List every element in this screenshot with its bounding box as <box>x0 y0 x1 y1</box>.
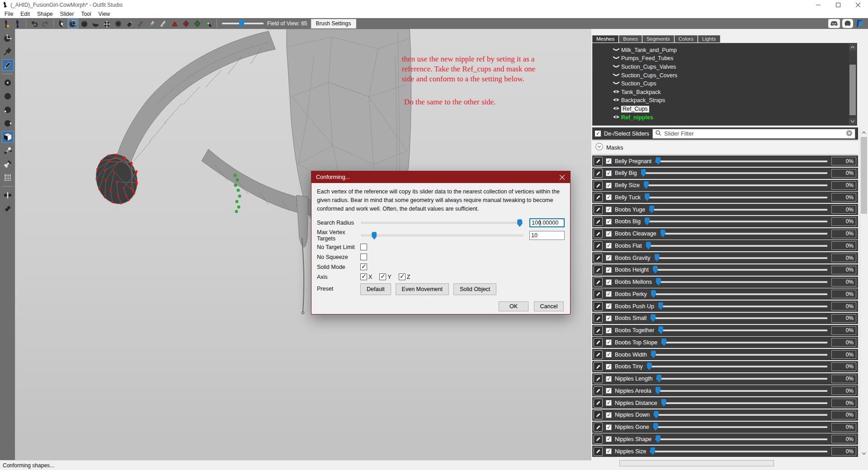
collapse-vertex-icon[interactable] <box>170 19 180 28</box>
eraser-brush-icon[interactable] <box>124 19 135 28</box>
slider-select-checkbox[interactable] <box>606 448 612 454</box>
mesh-name[interactable]: Backpack_Straps <box>621 97 665 104</box>
slider-track[interactable] <box>645 242 828 250</box>
slider-filter-input[interactable]: Slider Filter <box>652 129 855 139</box>
mesh-item[interactable]: Tank_Backpack <box>613 88 857 97</box>
slider-list-scrollbar[interactable] <box>860 129 868 457</box>
load-project-icon[interactable] <box>13 19 23 28</box>
mesh-scroll-thumb[interactable] <box>849 65 856 115</box>
slider-track[interactable] <box>656 375 828 383</box>
cancel-button[interactable]: Cancel <box>534 301 564 311</box>
max-vertex-targets-thumb[interactable] <box>372 232 377 240</box>
slider-track[interactable] <box>644 193 828 202</box>
github-icon[interactable] <box>842 19 853 28</box>
mesh-list-scrollbar[interactable] <box>849 44 856 125</box>
search-radius-input[interactable]: 100.00000 <box>529 218 565 227</box>
slider-select-checkbox[interactable] <box>606 279 612 285</box>
slider-thumb[interactable] <box>645 193 650 201</box>
paypal-icon[interactable] <box>855 19 863 28</box>
no-squeeze-checkbox[interactable] <box>360 254 367 260</box>
slider-thumb[interactable] <box>647 362 652 370</box>
mesh-name[interactable]: Ref_Cups <box>621 106 649 113</box>
mesh-item[interactable]: Backpack_Straps <box>613 97 857 105</box>
axis-z-checkbox[interactable]: Z <box>399 273 410 280</box>
slider-select-checkbox[interactable] <box>606 315 612 321</box>
edit-slider-icon[interactable] <box>594 277 603 287</box>
edit-slider-icon[interactable] <box>594 350 603 359</box>
slider-track[interactable] <box>652 423 828 431</box>
slider-thumb[interactable] <box>661 338 666 346</box>
scroll-up-icon[interactable] <box>860 129 868 136</box>
bone-tool-icon[interactable] <box>2 158 14 170</box>
mirror-toggle-icon[interactable] <box>2 189 14 201</box>
move-vertex-icon[interactable] <box>203 19 214 28</box>
slider-select-checkbox[interactable] <box>606 194 612 200</box>
slider-thumb[interactable] <box>645 217 650 225</box>
slider-scroll-thumb[interactable] <box>861 137 867 214</box>
slider-select-checkbox[interactable] <box>606 388 612 394</box>
undo-icon[interactable] <box>29 19 39 28</box>
move-brush-icon[interactable] <box>102 19 112 28</box>
slider-thumb[interactable] <box>654 411 659 418</box>
select-tool-icon[interactable] <box>57 19 67 28</box>
dialog-close-icon[interactable] <box>554 171 570 183</box>
slider-select-checkbox[interactable] <box>606 243 612 249</box>
edit-slider-icon[interactable] <box>594 435 603 444</box>
edit-slider-icon[interactable] <box>594 217 603 226</box>
mesh-name[interactable]: Ref_nipples <box>621 114 653 121</box>
slider-track[interactable] <box>653 411 828 419</box>
edit-slider-icon[interactable] <box>594 169 603 178</box>
mesh-item[interactable]: Suction_Cups_Valves <box>613 63 857 71</box>
slider-select-checkbox[interactable] <box>606 303 612 309</box>
slider-select-checkbox[interactable] <box>606 291 612 297</box>
edit-slider-icon[interactable] <box>594 254 603 263</box>
slider-track[interactable] <box>644 217 828 226</box>
color-brush-icon[interactable] <box>147 19 157 28</box>
discord-icon[interactable] <box>828 19 840 28</box>
eye-closed-icon[interactable] <box>613 47 620 54</box>
slider-thumb[interactable] <box>655 254 660 262</box>
slider-select-checkbox[interactable] <box>606 267 612 273</box>
edit-slider-icon[interactable] <box>594 314 603 323</box>
slider-select-checkbox[interactable] <box>606 328 612 334</box>
slider-select-checkbox[interactable] <box>606 364 612 370</box>
slider-select-checkbox[interactable] <box>606 352 612 357</box>
transform-tool-icon[interactable] <box>2 32 14 44</box>
smooth-ball-icon[interactable] <box>2 90 14 102</box>
tab-segments[interactable]: Segments <box>642 35 674 42</box>
slider-select-checkbox[interactable] <box>606 158 612 164</box>
max-vertex-targets-slider[interactable] <box>360 231 524 240</box>
mesh-item[interactable]: Suction_Cups_Covers <box>613 71 857 80</box>
close-button[interactable] <box>848 0 868 10</box>
menu-shape[interactable]: Shape <box>33 10 57 18</box>
slider-list-hscrollbar[interactable] <box>591 459 868 467</box>
edit-slider-icon[interactable] <box>594 423 603 432</box>
slider-select-checkbox[interactable] <box>606 376 612 382</box>
deselect-sliders-checkbox[interactable] <box>595 131 601 136</box>
mesh-name[interactable]: Suction_Cups_Covers <box>621 72 677 79</box>
ok-button[interactable]: OK <box>499 301 528 311</box>
slider-thumb[interactable] <box>660 230 665 237</box>
slider-track[interactable] <box>660 338 828 347</box>
edit-slider-icon[interactable] <box>594 362 603 371</box>
slider-track[interactable] <box>640 169 828 177</box>
slider-track[interactable] <box>646 362 828 371</box>
slider-thumb[interactable] <box>653 423 658 431</box>
preset-default-button[interactable]: Default <box>360 283 391 295</box>
mask-brush-icon[interactable] <box>68 19 78 28</box>
slider-select-checkbox[interactable] <box>606 424 612 430</box>
edit-slider-icon[interactable] <box>594 241 603 250</box>
pin-tool-icon[interactable] <box>2 46 14 57</box>
slider-track[interactable] <box>655 387 828 395</box>
slider-select-checkbox[interactable] <box>606 231 612 237</box>
fov-slider-thumb[interactable] <box>239 20 244 28</box>
solid-view-cube-icon[interactable] <box>2 131 14 143</box>
edit-slider-icon[interactable] <box>594 338 603 347</box>
deflate-ball-icon[interactable] <box>2 104 14 116</box>
eye-open-icon[interactable] <box>613 89 620 96</box>
masks-group-header[interactable]: Masks <box>592 140 858 155</box>
mesh-item[interactable]: Suction_Cups <box>613 80 857 88</box>
edit-slider-icon[interactable] <box>594 302 603 311</box>
smooth-brush-icon[interactable] <box>113 19 123 28</box>
search-radius-slider[interactable] <box>360 218 524 227</box>
